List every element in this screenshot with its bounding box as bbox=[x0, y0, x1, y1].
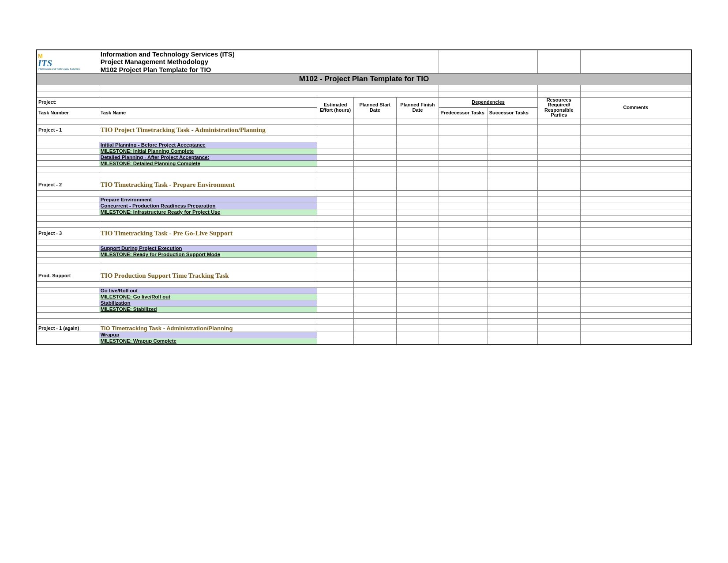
task-number-cell[interactable] bbox=[37, 306, 99, 312]
data-cell[interactable] bbox=[580, 287, 691, 294]
task-number-cell[interactable] bbox=[37, 215, 99, 221]
data-cell[interactable] bbox=[580, 281, 691, 287]
data-cell[interactable] bbox=[354, 264, 397, 270]
task-number-cell[interactable] bbox=[37, 136, 99, 142]
data-cell[interactable] bbox=[580, 173, 691, 179]
data-cell[interactable] bbox=[396, 281, 439, 287]
data-cell[interactable] bbox=[396, 203, 439, 209]
data-cell[interactable] bbox=[317, 215, 354, 221]
data-cell[interactable] bbox=[317, 196, 354, 203]
task-name-cell[interactable] bbox=[99, 239, 317, 245]
data-cell[interactable] bbox=[580, 203, 691, 209]
data-cell[interactable] bbox=[396, 209, 439, 215]
data-cell[interactable] bbox=[354, 338, 397, 344]
data-cell[interactable] bbox=[439, 245, 488, 251]
data-cell[interactable] bbox=[537, 142, 580, 148]
data-cell[interactable] bbox=[354, 142, 397, 148]
data-cell[interactable] bbox=[317, 270, 354, 281]
data-cell[interactable] bbox=[537, 221, 580, 227]
data-cell[interactable] bbox=[537, 325, 580, 332]
data-cell[interactable] bbox=[537, 245, 580, 251]
data-cell[interactable] bbox=[537, 294, 580, 300]
task-number-cell[interactable] bbox=[37, 239, 99, 245]
data-cell[interactable] bbox=[488, 136, 537, 142]
task-number-cell[interactable] bbox=[37, 257, 99, 264]
data-cell[interactable] bbox=[580, 118, 691, 124]
task-name-cell[interactable] bbox=[99, 221, 317, 227]
data-cell[interactable] bbox=[580, 318, 691, 325]
task-number-cell[interactable] bbox=[37, 148, 99, 154]
data-cell[interactable] bbox=[537, 306, 580, 312]
task-number-cell[interactable] bbox=[37, 173, 99, 179]
data-cell[interactable] bbox=[354, 173, 397, 179]
task-number-cell[interactable] bbox=[37, 287, 99, 294]
data-cell[interactable] bbox=[537, 190, 580, 196]
data-cell[interactable] bbox=[396, 294, 439, 300]
data-cell[interactable] bbox=[354, 215, 397, 221]
task-name-cell[interactable]: TIO Project Timetracking Task - Administ… bbox=[99, 124, 317, 136]
data-cell[interactable] bbox=[537, 173, 580, 179]
data-cell[interactable] bbox=[488, 148, 537, 154]
data-cell[interactable] bbox=[396, 318, 439, 325]
data-cell[interactable] bbox=[439, 294, 488, 300]
data-cell[interactable] bbox=[354, 251, 397, 257]
data-cell[interactable] bbox=[317, 203, 354, 209]
data-cell[interactable] bbox=[439, 221, 488, 227]
data-cell[interactable] bbox=[439, 270, 488, 281]
data-cell[interactable] bbox=[580, 294, 691, 300]
data-cell[interactable] bbox=[317, 124, 354, 136]
task-name-cell[interactable]: MILESTONE: Infrastructure Ready for Proj… bbox=[99, 209, 317, 215]
data-cell[interactable] bbox=[354, 196, 397, 203]
data-cell[interactable] bbox=[439, 239, 488, 245]
data-cell[interactable] bbox=[317, 300, 354, 306]
data-cell[interactable] bbox=[354, 294, 397, 300]
data-cell[interactable] bbox=[537, 160, 580, 166]
data-cell[interactable] bbox=[396, 124, 439, 136]
task-name-cell[interactable]: MILESTONE: Stabilized bbox=[99, 306, 317, 312]
data-cell[interactable] bbox=[317, 251, 354, 257]
data-cell[interactable] bbox=[488, 160, 537, 166]
data-cell[interactable] bbox=[317, 227, 354, 239]
task-number-cell[interactable] bbox=[37, 221, 99, 227]
data-cell[interactable] bbox=[580, 338, 691, 344]
data-cell[interactable] bbox=[439, 190, 488, 196]
data-cell[interactable] bbox=[317, 287, 354, 294]
data-cell[interactable] bbox=[396, 270, 439, 281]
task-name-cell[interactable]: TIO Timetracking Task - Administration/P… bbox=[99, 325, 317, 332]
data-cell[interactable] bbox=[354, 332, 397, 338]
data-cell[interactable] bbox=[439, 124, 488, 136]
data-cell[interactable] bbox=[439, 136, 488, 142]
task-number-cell[interactable] bbox=[37, 332, 99, 338]
data-cell[interactable] bbox=[439, 160, 488, 166]
task-name-cell[interactable]: Initial Planning - Before Project Accept… bbox=[99, 142, 317, 148]
data-cell[interactable] bbox=[317, 264, 354, 270]
task-number-cell[interactable] bbox=[37, 338, 99, 344]
data-cell[interactable] bbox=[580, 142, 691, 148]
data-cell[interactable] bbox=[488, 190, 537, 196]
data-cell[interactable] bbox=[488, 270, 537, 281]
data-cell[interactable] bbox=[537, 270, 580, 281]
task-number-cell[interactable] bbox=[37, 264, 99, 270]
task-number-cell[interactable] bbox=[37, 196, 99, 203]
data-cell[interactable] bbox=[354, 300, 397, 306]
data-cell[interactable] bbox=[354, 136, 397, 142]
data-cell[interactable] bbox=[439, 209, 488, 215]
data-cell[interactable] bbox=[317, 338, 354, 344]
data-cell[interactable] bbox=[580, 251, 691, 257]
data-cell[interactable] bbox=[580, 148, 691, 154]
data-cell[interactable] bbox=[537, 136, 580, 142]
data-cell[interactable] bbox=[488, 325, 537, 332]
data-cell[interactable] bbox=[317, 179, 354, 190]
data-cell[interactable] bbox=[396, 227, 439, 239]
data-cell[interactable] bbox=[439, 142, 488, 148]
data-cell[interactable] bbox=[354, 270, 397, 281]
task-number-cell[interactable] bbox=[37, 154, 99, 160]
task-name-cell[interactable]: Detailed Planning - After Project Accept… bbox=[99, 154, 317, 160]
data-cell[interactable] bbox=[317, 190, 354, 196]
data-cell[interactable] bbox=[439, 227, 488, 239]
data-cell[interactable] bbox=[537, 300, 580, 306]
task-name-cell[interactable]: Concurrent - Production Readiness Prepar… bbox=[99, 203, 317, 209]
task-number-cell[interactable]: Project - 2 bbox=[37, 179, 99, 190]
data-cell[interactable] bbox=[396, 148, 439, 154]
data-cell[interactable] bbox=[317, 245, 354, 251]
